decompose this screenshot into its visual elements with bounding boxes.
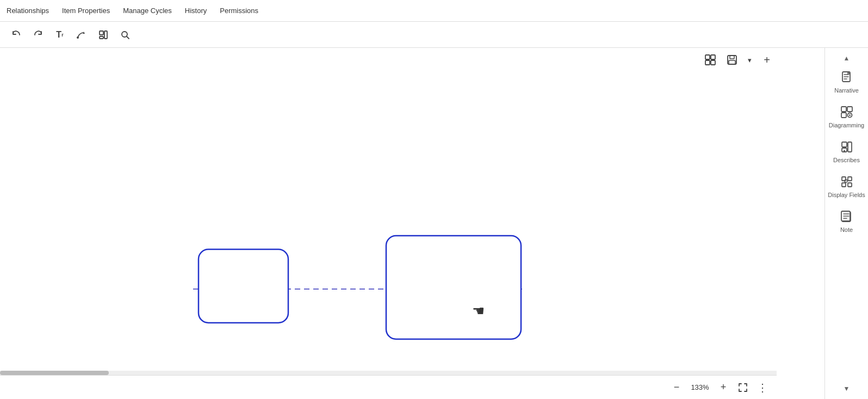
- sidebar-item-display-fields[interactable]: Display Fields: [825, 169, 868, 204]
- narrative-icon: [839, 70, 854, 85]
- svg-rect-24: [842, 183, 846, 187]
- main-layout: ▾ + ☚ − 133% + ⋮: [0, 48, 868, 399]
- svg-point-27: [845, 180, 847, 182]
- more-options-button[interactable]: ⋮: [755, 380, 770, 395]
- sidebar-item-diagramming[interactable]: Diagramming: [825, 99, 868, 134]
- sidebar-label-narrative: Narrative: [834, 87, 859, 94]
- redo-button[interactable]: [28, 25, 48, 45]
- sidebar-item-describes[interactable]: Describes: [825, 134, 868, 169]
- fit-to-screen-button[interactable]: [735, 380, 751, 395]
- diagram-box-left: [199, 249, 288, 323]
- connector-button[interactable]: [72, 25, 91, 45]
- scrollbar-thumb[interactable]: [0, 371, 109, 375]
- zoom-out-button[interactable]: −: [669, 380, 684, 395]
- sidebar-scroll-down[interactable]: ▼: [825, 383, 868, 395]
- svg-rect-3: [104, 31, 107, 39]
- bottom-toolbar: − 133% + ⋮: [0, 375, 777, 399]
- add-button[interactable]: +: [757, 50, 777, 70]
- display-fields-icon: [839, 174, 854, 189]
- svg-rect-19: [842, 142, 847, 147]
- diagramming-icon: [839, 105, 854, 120]
- svg-rect-7: [711, 55, 715, 59]
- save-button[interactable]: [722, 50, 742, 70]
- svg-point-18: [849, 114, 851, 116]
- svg-rect-16: [841, 113, 846, 118]
- cursor-hand-icon: ☚: [472, 303, 485, 319]
- svg-rect-21: [848, 142, 852, 152]
- nav-item-relationships[interactable]: Relationships: [7, 7, 49, 15]
- svg-point-22: [844, 150, 845, 152]
- sidebar-scroll-up[interactable]: ▲: [825, 52, 868, 64]
- top-nav: Relationships Item Properties Manage Cyc…: [0, 0, 868, 22]
- svg-point-0: [77, 36, 79, 39]
- svg-rect-26: [848, 183, 852, 187]
- svg-rect-6: [705, 55, 710, 59]
- toolbar: Tr: [0, 22, 868, 48]
- note-icon: [839, 209, 854, 224]
- svg-rect-11: [730, 56, 734, 59]
- describes-icon: [839, 139, 854, 155]
- top-right-toolbar: ▾ +: [700, 50, 777, 70]
- grid-view-button[interactable]: [700, 50, 720, 70]
- canvas-area[interactable]: ▾ + ☚ − 133% + ⋮: [0, 48, 824, 399]
- nav-item-permissions[interactable]: Permissions: [220, 7, 258, 15]
- svg-rect-1: [100, 31, 103, 35]
- zoom-level: 133%: [689, 383, 711, 391]
- sidebar-item-narrative[interactable]: Narrative: [825, 64, 868, 99]
- sidebar-label-note: Note: [840, 226, 853, 233]
- sidebar-label-describes: Describes: [833, 157, 860, 163]
- nav-item-item-properties[interactable]: Item Properties: [62, 7, 110, 15]
- svg-rect-9: [711, 60, 715, 65]
- svg-rect-12: [729, 60, 735, 64]
- svg-rect-15: [847, 107, 852, 112]
- sidebar-label-display-fields: Display Fields: [828, 192, 865, 198]
- sidebar-item-note[interactable]: Note: [825, 204, 868, 238]
- svg-line-5: [127, 36, 129, 39]
- horizontal-scrollbar[interactable]: [0, 371, 777, 375]
- zoom-in-button[interactable]: +: [716, 380, 731, 395]
- nav-item-manage-cycles[interactable]: Manage Cycles: [123, 7, 172, 15]
- search-button[interactable]: [115, 25, 135, 45]
- save-dropdown-button[interactable]: ▾: [744, 50, 755, 70]
- format-button[interactable]: [94, 25, 113, 45]
- svg-rect-8: [705, 60, 710, 65]
- right-sidebar: ▲ Narrative Diagramming Describes: [824, 48, 868, 399]
- diagram-canvas[interactable]: ☚: [0, 48, 824, 399]
- diagram-box-right: [386, 236, 521, 339]
- svg-rect-25: [848, 177, 852, 181]
- svg-rect-14: [841, 107, 846, 112]
- undo-button[interactable]: [7, 25, 26, 45]
- svg-rect-2: [100, 36, 103, 39]
- nav-item-history[interactable]: History: [185, 7, 207, 15]
- text-button[interactable]: Tr: [50, 25, 70, 45]
- sidebar-label-diagramming: Diagramming: [829, 122, 864, 128]
